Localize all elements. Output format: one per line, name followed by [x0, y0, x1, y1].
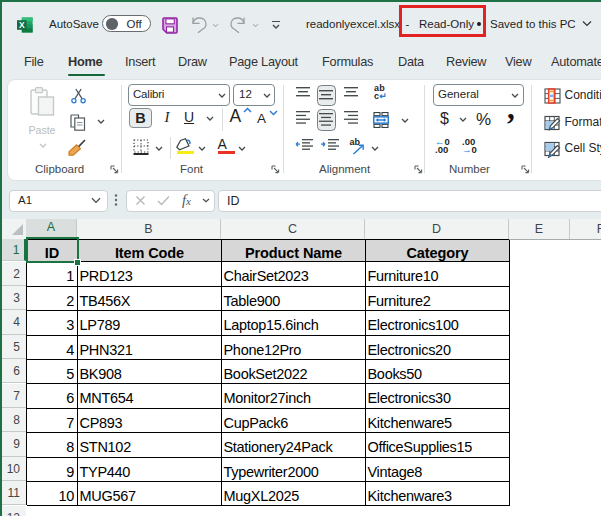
svg-text:X: X	[19, 20, 25, 30]
